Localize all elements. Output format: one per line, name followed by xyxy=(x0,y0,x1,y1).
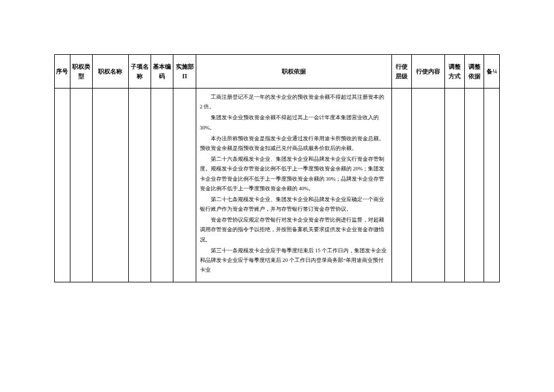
basis-para: 第二十七条规模发卡企业、集团发卡企业和品牌发卡企业应确定一个商业银行账户作为资金… xyxy=(200,194,388,214)
cell-sub xyxy=(129,89,151,282)
basis-para: 第三十一条规模发卡企业应于每季度结束后 15 个工作日内，集团发卡企业和品牌发卡… xyxy=(200,246,388,275)
cell-level xyxy=(392,89,412,282)
col-name-header: 职权名称 xyxy=(92,55,128,89)
col-dept-header: 实施部 Π xyxy=(173,55,196,89)
basis-para: 资金存管协议应规定存管银行对发卡企业资金存管比例进行监督，对超额调用存管资金的指… xyxy=(200,215,388,244)
cell-adjb xyxy=(464,89,484,282)
col-adjb-header: 调整依据 xyxy=(464,55,484,89)
table-row: 工商注册登记不足一年的发卡企业的预收资金余额不得超过其注册资本的 2 倍。 集团… xyxy=(55,89,500,282)
basis-para: 第二十六条规模发卡企业、集团发卡企业和品牌发卡企业实行资金存管制度。规模发卡企业… xyxy=(200,154,388,193)
cell-adjm xyxy=(445,89,465,282)
cell-code xyxy=(151,89,173,282)
col-level-header: 行使层级 xyxy=(392,55,412,89)
authority-table: 序号 职权类型 职权名称 子项名称 基本编码 实施部 Π 职权依据 行使层级 行… xyxy=(54,54,500,282)
col-adjm-header: 调整方式 xyxy=(445,55,465,89)
basis-para: 本办法所称预收资金是指发卡企业通过发行单用途卡所预收的资金总额。预收资金余额是指… xyxy=(200,134,388,153)
col-seq-header: 序号 xyxy=(55,55,70,89)
cell-dept xyxy=(173,89,196,282)
col-type-header: 职权类型 xyxy=(70,55,92,89)
basis-para: 集团发卡企业预收资金余额不得超过其上一会计年度本集团营业收入的 30%。 xyxy=(200,113,388,132)
col-rem-header: 备¼ xyxy=(484,55,500,89)
cell-type xyxy=(70,89,92,282)
col-sub-header: 子项名称 xyxy=(129,55,151,89)
basis-para: 工商注册登记不足一年的发卡企业的预收资金余额不得超过其注册资本的 2 倍。 xyxy=(200,92,388,111)
table-header: 序号 职权类型 职权名称 子项名称 基本编码 实施部 Π 职权依据 行使层级 行… xyxy=(55,55,500,89)
cell-exec xyxy=(411,89,445,282)
col-exec-header: 行使内容 xyxy=(411,55,445,89)
header-row: 序号 职权类型 职权名称 子项名称 基本编码 实施部 Π 职权依据 行使层级 行… xyxy=(55,55,500,89)
col-basis-header: 职权依据 xyxy=(196,55,391,89)
cell-basis: 工商注册登记不足一年的发卡企业的预收资金余额不得超过其注册资本的 2 倍。 集团… xyxy=(196,89,391,282)
cell-name xyxy=(92,89,128,282)
cell-seq xyxy=(55,89,70,282)
cell-rem xyxy=(484,89,500,282)
col-code-header: 基本编码 xyxy=(151,55,173,89)
